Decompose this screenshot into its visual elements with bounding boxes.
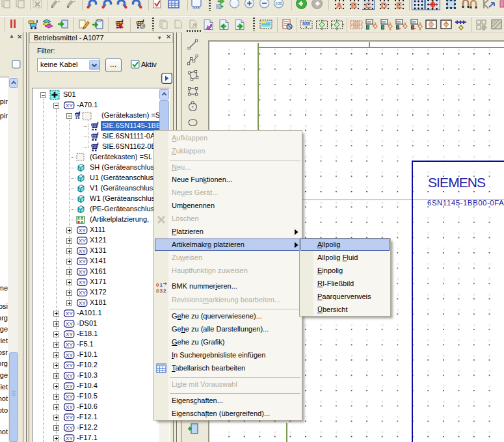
svg-text:XY: XY bbox=[66, 394, 73, 400]
svg-text:2: 2 bbox=[163, 288, 166, 293]
svg-text:3: 3 bbox=[160, 288, 163, 294]
svg-text:XY: XY bbox=[66, 436, 73, 441]
svg-text:C: C bbox=[365, 1, 372, 10]
svg-text:XY: XY bbox=[66, 404, 73, 410]
svg-text:8: 8 bbox=[156, 288, 159, 294]
svg-text:XY: XY bbox=[66, 352, 73, 358]
svg-text:XY: XY bbox=[79, 238, 86, 244]
svg-text:XY: XY bbox=[66, 103, 73, 109]
svg-text:XY: XY bbox=[66, 425, 73, 431]
svg-text:XY: XY bbox=[79, 300, 86, 306]
svg-text:E: E bbox=[396, 1, 402, 10]
svg-text:88: 88 bbox=[382, 20, 386, 24]
svg-text:100: 100 bbox=[275, 1, 282, 6]
svg-text:XY: XY bbox=[66, 311, 73, 317]
svg-text:XY: XY bbox=[79, 248, 86, 254]
svg-text:XY: XY bbox=[79, 259, 86, 265]
svg-text:XY: XY bbox=[66, 373, 73, 379]
svg-text:XY: XY bbox=[79, 280, 86, 285]
svg-text:88: 88 bbox=[412, 20, 416, 24]
svg-text:D: D bbox=[381, 1, 387, 10]
svg-text:XY: XY bbox=[66, 321, 73, 327]
svg-text:XY: XY bbox=[66, 363, 73, 369]
svg-text:888: 888 bbox=[302, 21, 310, 26]
svg-text:B: B bbox=[351, 1, 357, 10]
svg-text:XY: XY bbox=[79, 228, 86, 233]
svg-text:XY: XY bbox=[66, 332, 73, 337]
svg-text:88: 88 bbox=[367, 20, 371, 24]
svg-text:88: 88 bbox=[397, 20, 401, 24]
svg-text:A: A bbox=[336, 1, 343, 10]
svg-text:XY: XY bbox=[79, 269, 86, 275]
svg-text:XY: XY bbox=[66, 415, 73, 421]
svg-text:XY: XY bbox=[66, 384, 73, 389]
svg-text:XY: XY bbox=[66, 342, 73, 348]
svg-text:XY: XY bbox=[79, 290, 86, 296]
